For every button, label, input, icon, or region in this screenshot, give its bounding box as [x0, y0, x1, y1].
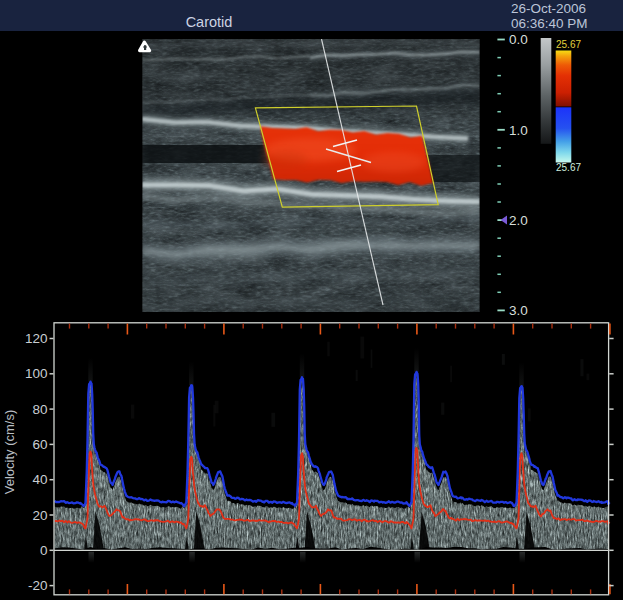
- svg-text:06:36:40 PM: 06:36:40 PM: [511, 16, 588, 31]
- svg-text:3.0: 3.0: [509, 303, 528, 318]
- svg-text:2.0: 2.0: [509, 213, 528, 228]
- svg-text:26-Oct-2006: 26-Oct-2006: [511, 1, 586, 16]
- svg-text:20: 20: [32, 508, 47, 523]
- svg-text:Velocity (cm/s): Velocity (cm/s): [2, 410, 17, 495]
- svg-text:100: 100: [25, 366, 48, 381]
- svg-text:25.67: 25.67: [556, 162, 581, 173]
- svg-text:Carotid: Carotid: [186, 14, 233, 30]
- svg-text:-20: -20: [28, 578, 48, 593]
- svg-text:40: 40: [32, 472, 47, 487]
- svg-text:1.0: 1.0: [509, 123, 528, 138]
- svg-text:80: 80: [32, 402, 47, 417]
- svg-text:0.0: 0.0: [509, 32, 528, 47]
- svg-text:120: 120: [25, 331, 48, 346]
- svg-text:60: 60: [32, 437, 47, 452]
- svg-text:25.67: 25.67: [556, 39, 581, 50]
- svg-text:0: 0: [40, 543, 48, 558]
